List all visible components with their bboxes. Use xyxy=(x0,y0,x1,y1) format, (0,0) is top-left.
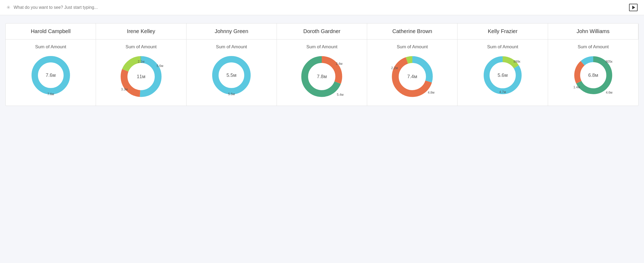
segment-label-doroth-top: 2.4м xyxy=(336,62,343,66)
top-bar: ✳ xyxy=(0,0,644,15)
chart-label-kelly: Sum of Amount xyxy=(487,44,518,50)
segment-label-irene-right: 5.6м xyxy=(157,64,163,68)
search-icon: ✳ xyxy=(6,5,10,10)
main-content: Harold Campbell Irene Kelley Johnny Gree… xyxy=(0,15,644,114)
col-cell-john: Sum of Amount 6.8м 805к 1.4м 4.6м xyxy=(548,39,638,106)
col-header-kelly: Kelly Frazier xyxy=(457,23,548,39)
chart-label-johnny: Sum of Amount xyxy=(216,44,247,50)
col-cell-irene: Sum of Amount 11м 5.6м 3.3м 2.1м xyxy=(96,39,186,106)
donut-center-john: 6.8м xyxy=(588,73,598,78)
segment-label-john-left: 1.4м xyxy=(573,85,580,89)
segment-label-kelly-bottom: 4.7м xyxy=(499,90,506,94)
donut-irene: 11м 5.6м 3.3м 2.1м xyxy=(118,54,164,99)
donut-center-johnny: 5.5м xyxy=(227,73,236,78)
segment-label-john-top: 805к xyxy=(606,60,612,63)
donut-catherine: 7.4м 2.2м 4.8м xyxy=(390,54,435,99)
col-header-johnny: Johnny Green xyxy=(187,23,277,39)
play-button[interactable] xyxy=(629,4,638,11)
chart-label-catherine: Sum of Amount xyxy=(397,44,428,50)
search-input[interactable] xyxy=(14,5,626,10)
chart-label-john: Sum of Amount xyxy=(578,44,609,50)
donut-harold: 7.6м 7.6м xyxy=(29,54,72,97)
donut-center-catherine: 7.4м xyxy=(407,74,417,79)
col-header-doroth: Doroth Gardner xyxy=(277,23,367,39)
segment-label-doroth-bottom-right: 5.4м xyxy=(337,93,344,97)
segment-label-irene-bottom-left: 3.3м xyxy=(121,87,128,91)
segment-label-catherine-right: 4.8м xyxy=(428,91,434,94)
donut-center-irene: 11м xyxy=(137,74,145,79)
segment-label-irene-top: 2.1м xyxy=(138,60,144,63)
chart-label-irene: Sum of Amount xyxy=(126,44,157,50)
segment-label-catherine-left: 2.2м xyxy=(391,66,398,70)
col-header-catherine: Catherine Brown xyxy=(367,23,457,39)
col-cell-johnny: Sum of Amount 5.5м 5.5м xyxy=(187,39,277,106)
col-cell-harold: Sum of Amount 7.6м 7.6м xyxy=(6,39,96,106)
donut-doroth: 7.8м 2.4м 5.4м xyxy=(299,54,344,99)
chart-label-doroth: Sum of Amount xyxy=(306,44,337,50)
donut-center-doroth: 7.8м xyxy=(317,74,327,79)
donut-john: 6.8м 805к 1.4м 4.6м xyxy=(572,54,615,97)
play-icon xyxy=(632,6,635,9)
col-cell-doroth: Sum of Amount 7.8м 2.4м 5.4м xyxy=(277,39,367,106)
col-header-harold: Harold Campbell xyxy=(6,23,96,39)
donut-center-kelly: 5.6м xyxy=(498,73,507,78)
donut-center-harold: 7.6м xyxy=(46,73,56,78)
col-header-john: John Williams xyxy=(548,23,638,39)
segment-label-john-bottom-right: 4.6м xyxy=(606,91,612,94)
col-cell-kelly: Sum of Amount 5.6м 899к 4.7м xyxy=(457,39,548,106)
donut-johnny: 5.5м 5.5м xyxy=(210,54,253,97)
segment-label-harold-bottom: 7.6м xyxy=(47,92,54,96)
chart-label-harold: Sum of Amount xyxy=(35,44,66,50)
col-cell-catherine: Sum of Amount 7.4м 2.2м 4.8м xyxy=(367,39,457,106)
segment-label-kelly-top: 899к xyxy=(514,60,520,63)
donut-kelly: 5.6м 899к 4.7м xyxy=(481,54,524,97)
grid-table: Harold Campbell Irene Kelley Johnny Gree… xyxy=(5,23,639,106)
col-header-irene: Irene Kelley xyxy=(96,23,186,39)
segment-label-johnny-bottom: 5.5м xyxy=(228,92,235,96)
